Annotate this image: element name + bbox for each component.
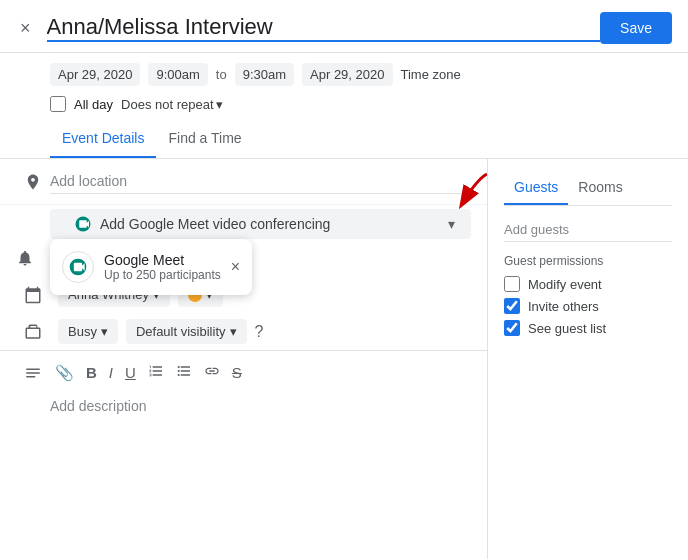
top-bar: × Save <box>0 0 688 53</box>
perm-see-guest-list: See guest list <box>504 320 672 336</box>
ordered-list-button[interactable] <box>143 359 169 386</box>
allday-row: All day Does not repeat ▾ <box>0 92 688 120</box>
gmeet-name: Google Meet <box>104 252 221 268</box>
date-row: Apr 29, 2020 9:00am to 9:30am Apr 29, 20… <box>0 53 688 92</box>
description-placeholder: Add description <box>50 398 147 414</box>
tab-find-time[interactable]: Find a Time <box>156 120 253 158</box>
tab-event-details[interactable]: Event Details <box>50 120 156 158</box>
underline-button[interactable]: U <box>120 360 141 385</box>
link-button[interactable] <box>199 359 225 386</box>
briefcase-icon <box>16 323 50 341</box>
meet-icon <box>66 215 100 233</box>
location-input[interactable] <box>50 169 471 194</box>
gmeet-popup-icon <box>62 251 94 283</box>
perm-invite-others-checkbox[interactable] <box>504 298 520 314</box>
save-button[interactable]: Save <box>600 12 672 44</box>
description-icon <box>16 364 50 382</box>
visibility-select[interactable]: Default visibility ▾ <box>126 319 247 344</box>
visibility-arrow-icon: ▾ <box>230 324 237 339</box>
perm-invite-others-label: Invite others <box>528 299 599 314</box>
main-content: Add Google Meet video conferencing ▾ G <box>0 159 688 559</box>
perm-see-guest-list-label: See guest list <box>528 321 606 336</box>
help-icon[interactable]: ? <box>255 323 264 341</box>
start-date-chip[interactable]: Apr 29, 2020 <box>50 63 140 86</box>
timezone-link[interactable]: Time zone <box>401 67 461 82</box>
unordered-list-button[interactable] <box>171 359 197 386</box>
perm-modify-event: Modify event <box>504 276 672 292</box>
notification-icon <box>16 249 50 270</box>
busy-row: Busy ▾ Default visibility ▾ ? <box>0 313 487 350</box>
to-label: to <box>216 67 227 82</box>
repeat-label: Does not repeat <box>121 97 214 112</box>
perm-modify-event-label: Modify event <box>528 277 602 292</box>
location-field-row <box>0 159 487 205</box>
location-icon <box>16 173 50 191</box>
busy-label: Busy <box>68 324 97 339</box>
start-time-chip[interactable]: 9:00am <box>148 63 207 86</box>
gmeet-subtitle: Up to 250 participants <box>104 268 221 282</box>
meet-dropdown-arrow-icon: ▾ <box>448 216 455 232</box>
perm-modify-event-checkbox[interactable] <box>504 276 520 292</box>
editor-toolbar: 📎 B I U S <box>50 355 471 390</box>
busy-arrow-icon: ▾ <box>101 324 108 339</box>
editor-row: 📎 B I U S <box>0 350 487 390</box>
perm-see-guest-list-checkbox[interactable] <box>504 320 520 336</box>
description-area[interactable]: Add description <box>0 390 487 450</box>
meet-label: Add Google Meet video conferencing <box>100 216 448 232</box>
meet-dropdown-popup: Google Meet Up to 250 participants × <box>50 239 252 295</box>
strikethrough-button[interactable]: S <box>227 360 247 385</box>
right-panel: Guests Rooms Guest permissions Modify ev… <box>488 159 688 559</box>
popup-close-button[interactable]: × <box>231 258 240 276</box>
tab-guests[interactable]: Guests <box>504 171 568 205</box>
event-tabs: Event Details Find a Time <box>0 120 688 159</box>
perm-invite-others: Invite others <box>504 298 672 314</box>
visibility-label: Default visibility <box>136 324 226 339</box>
italic-button[interactable]: I <box>104 360 118 385</box>
close-icon: × <box>20 18 31 39</box>
allday-label: All day <box>74 97 113 112</box>
bold-button[interactable]: B <box>81 360 102 385</box>
add-guests-input[interactable] <box>504 218 672 242</box>
close-button[interactable]: × <box>16 14 35 43</box>
gmeet-popup-info: Google Meet Up to 250 participants <box>104 252 221 282</box>
meet-row[interactable]: Add Google Meet video conferencing ▾ <box>50 209 471 239</box>
end-time-chip[interactable]: 9:30am <box>235 63 294 86</box>
right-tabs: Guests Rooms <box>504 171 672 206</box>
repeat-select[interactable]: Does not repeat ▾ <box>121 97 223 112</box>
event-title-input[interactable] <box>47 14 601 42</box>
repeat-arrow-icon: ▾ <box>216 97 223 112</box>
calendar-icon <box>16 286 50 304</box>
tab-rooms[interactable]: Rooms <box>568 171 632 205</box>
meet-wrapper: Add Google Meet video conferencing ▾ G <box>0 209 487 239</box>
guest-permissions-title: Guest permissions <box>504 254 672 268</box>
end-date-chip[interactable]: Apr 29, 2020 <box>302 63 392 86</box>
allday-checkbox[interactable] <box>50 96 66 112</box>
left-panel: Add Google Meet video conferencing ▾ G <box>0 159 488 559</box>
busy-status-select[interactable]: Busy ▾ <box>58 319 118 344</box>
attach-button[interactable]: 📎 <box>50 360 79 386</box>
